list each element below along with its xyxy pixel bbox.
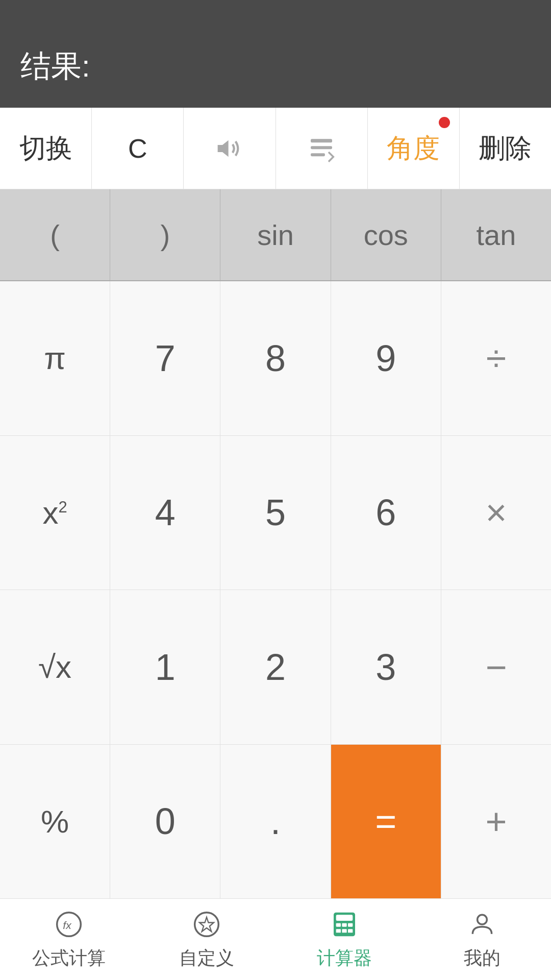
svg-text:fx: fx — [63, 919, 72, 931]
clear-label: C — [128, 133, 147, 164]
calc-icon — [328, 908, 361, 941]
7-button[interactable]: 7 — [110, 281, 220, 435]
divide-button[interactable]: ÷ — [441, 281, 551, 435]
calculator-nav-label: 计算器 — [317, 946, 372, 971]
nav-mine[interactable]: 我的 — [413, 899, 551, 980]
1-button[interactable]: 1 — [110, 590, 220, 744]
key-row-1: π 7 8 9 ÷ — [0, 281, 551, 436]
status-bar — [0, 0, 551, 31]
history-icon — [307, 134, 336, 163]
8-label: 8 — [265, 337, 286, 379]
svg-point-16 — [478, 915, 487, 924]
4-button[interactable]: 4 — [110, 436, 220, 590]
cos-button[interactable]: cos — [331, 189, 441, 280]
tan-label: tan — [476, 218, 516, 252]
user-icon — [466, 908, 498, 941]
subtract-button[interactable]: − — [441, 590, 551, 744]
history-button[interactable] — [276, 108, 368, 189]
pi-button[interactable]: π — [0, 281, 110, 435]
close-paren-button[interactable]: ) — [110, 189, 220, 280]
sin-button[interactable]: sin — [220, 189, 331, 280]
sound-button[interactable] — [184, 108, 276, 189]
switch-button[interactable]: 切换 — [0, 108, 92, 189]
open-paren-button[interactable]: ( — [0, 189, 110, 280]
x2-label: x2 — [42, 495, 67, 531]
svg-rect-2 — [311, 146, 332, 149]
svg-rect-3 — [311, 153, 325, 156]
svg-rect-14 — [342, 929, 346, 933]
9-button[interactable]: 9 — [331, 281, 441, 435]
dot-label: . — [270, 800, 281, 842]
nav-custom[interactable]: 自定义 — [138, 899, 276, 980]
delete-button[interactable]: 删除 — [460, 108, 551, 189]
sin-label: sin — [257, 218, 294, 252]
2-label: 2 — [265, 646, 286, 688]
toolbar: 切换 C 角度 删除 — [0, 108, 551, 189]
dot-button[interactable]: . — [220, 745, 331, 899]
0-label: 0 — [155, 800, 176, 842]
sqrt-button[interactable]: √x — [0, 590, 110, 744]
red-dot — [439, 117, 450, 128]
equals-label: = — [375, 800, 396, 842]
4-label: 4 — [155, 492, 176, 533]
sound-icon — [215, 134, 244, 163]
formula-icon: fx — [53, 908, 85, 941]
cos-label: cos — [364, 218, 408, 252]
custom-nav-label: 自定义 — [179, 946, 234, 971]
svg-rect-11 — [342, 923, 346, 927]
6-label: 6 — [375, 492, 396, 533]
mine-nav-label: 我的 — [464, 946, 500, 971]
tan-button[interactable]: tan — [441, 189, 551, 280]
open-paren-label: ( — [50, 218, 60, 252]
8-button[interactable]: 8 — [220, 281, 331, 435]
svg-rect-10 — [336, 923, 341, 927]
percent-button[interactable]: % — [0, 745, 110, 899]
multiply-button[interactable]: × — [441, 436, 551, 590]
0-button[interactable]: 0 — [110, 745, 220, 899]
5-label: 5 — [265, 492, 286, 533]
svg-marker-7 — [199, 917, 214, 932]
result-label: 结果: — [20, 49, 90, 83]
nav-calculator[interactable]: 计算器 — [276, 899, 413, 980]
svg-rect-1 — [311, 139, 332, 142]
close-paren-label: ) — [160, 218, 170, 252]
bottom-nav: fx 公式计算 自定义 计算器 — [0, 898, 551, 980]
clear-button[interactable]: C — [92, 108, 184, 189]
add-button[interactable]: + — [441, 745, 551, 899]
add-label: + — [485, 800, 507, 842]
2-button[interactable]: 2 — [220, 590, 331, 744]
star-icon — [190, 908, 223, 941]
9-label: 9 — [375, 337, 396, 379]
key-row-3: √x 1 2 3 − — [0, 590, 551, 745]
svg-rect-9 — [336, 915, 353, 921]
angle-label: 角度 — [387, 131, 440, 166]
key-row-2: x2 4 5 6 × — [0, 436, 551, 591]
svg-rect-13 — [336, 929, 341, 933]
key-row-4: % 0 . = + — [0, 745, 551, 899]
pi-label: π — [44, 340, 66, 376]
angle-button[interactable]: 角度 — [368, 108, 460, 189]
x2-button[interactable]: x2 — [0, 436, 110, 590]
5-button[interactable]: 5 — [220, 436, 331, 590]
3-button[interactable]: 3 — [331, 590, 441, 744]
6-button[interactable]: 6 — [331, 436, 441, 590]
7-label: 7 — [155, 337, 176, 379]
svg-rect-15 — [348, 929, 353, 933]
switch-label: 切换 — [19, 131, 72, 166]
formula-nav-label: 公式计算 — [32, 946, 106, 971]
percent-label: % — [41, 803, 69, 840]
nav-formula[interactable]: fx 公式计算 — [0, 899, 138, 980]
multiply-label: × — [485, 492, 507, 533]
subtract-label: − — [485, 646, 507, 688]
1-label: 1 — [155, 646, 176, 688]
sqrt-label: √x — [38, 649, 71, 685]
keypad: π 7 8 9 ÷ x2 4 5 6 × √ — [0, 281, 551, 898]
divide-label: ÷ — [486, 337, 507, 379]
3-label: 3 — [375, 646, 396, 688]
scientific-row: ( ) sin cos tan — [0, 189, 551, 281]
result-area: 结果: — [0, 31, 551, 108]
equals-button[interactable]: = — [331, 745, 441, 899]
delete-label: 删除 — [479, 131, 532, 166]
svg-rect-12 — [348, 923, 353, 927]
svg-marker-0 — [218, 140, 229, 157]
